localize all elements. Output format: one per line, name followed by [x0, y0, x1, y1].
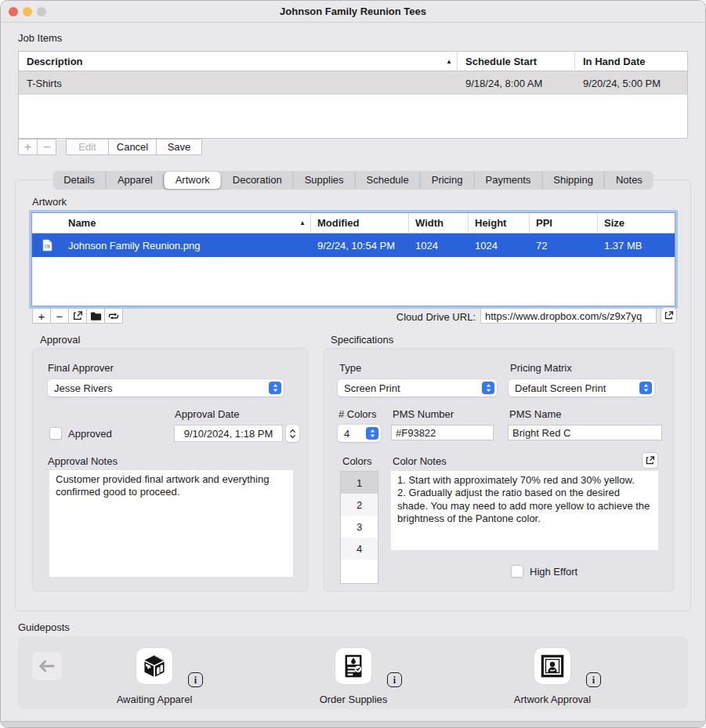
pricing-matrix-label: Pricing Matrix: [510, 362, 572, 374]
title-bar: Johnson Family Reunion Tees: [1, 1, 705, 23]
pms-name-input[interactable]: [508, 425, 662, 440]
supplies-receipt-icon: [342, 654, 365, 679]
add-job-item-button[interactable]: +: [18, 139, 38, 155]
chevron-up-down-icon: [366, 427, 378, 440]
job-items-table: Description ▲ Schedule Start In Hand Dat…: [18, 51, 688, 139]
approval-notes-textarea[interactable]: Customer provided final artwork and ever…: [49, 470, 293, 577]
job-items-toolbar: + − Edit Cancel Save: [18, 139, 202, 155]
approval-date-label: Approval Date: [175, 408, 239, 420]
color-notes-textarea[interactable]: 1. Start with approximately 70% red and …: [391, 471, 658, 550]
list-item[interactable]: 2: [341, 494, 378, 516]
approval-section-label: Approval: [40, 334, 80, 346]
save-button[interactable]: Save: [156, 139, 202, 155]
add-artwork-button[interactable]: +: [32, 308, 51, 324]
type-label: Type: [339, 362, 361, 374]
tab-notes[interactable]: Notes: [604, 172, 654, 189]
external-link-icon: [645, 455, 655, 465]
artwork-height-cell: 1024: [469, 240, 530, 252]
final-approver-label: Final Approver: [48, 362, 114, 374]
guidepost-order-supplies-button[interactable]: [335, 648, 371, 684]
artwork-table: Name ▲ Modified Width Height PPI Size Jo…: [31, 212, 675, 306]
chevron-up-down-icon: [269, 382, 281, 394]
share-export-icon: [72, 310, 83, 321]
order-supplies-info-button[interactable]: i: [387, 672, 402, 687]
window-title: Johnson Family Reunion Tees: [1, 1, 705, 23]
column-header-ppi[interactable]: PPI: [530, 213, 598, 234]
chevron-up-down-icon: [639, 382, 652, 394]
column-header-description[interactable]: Description ▲: [19, 52, 458, 71]
external-link-icon: [664, 310, 674, 321]
sort-ascending-icon: ▲: [446, 52, 452, 71]
pricing-matrix-popup[interactable]: Default Screen Print: [509, 379, 654, 397]
type-popup[interactable]: Screen Print: [338, 379, 497, 397]
browse-folder-button[interactable]: [86, 308, 105, 324]
cloud-drive-url-label: Cloud Drive URL:: [353, 311, 476, 323]
column-header-width[interactable]: Width: [409, 213, 469, 234]
tab-supplies[interactable]: Supplies: [293, 172, 355, 189]
column-header-schedule-start[interactable]: Schedule Start: [458, 52, 575, 71]
table-row[interactable]: Johnson Family Reunion.png 9/2/24, 10:54…: [32, 234, 675, 257]
artwork-approval-info-button[interactable]: i: [586, 672, 601, 687]
column-header-in-hand-date[interactable]: In Hand Date: [575, 52, 687, 71]
remove-artwork-button[interactable]: −: [50, 308, 69, 324]
open-cloud-url-button[interactable]: [661, 307, 677, 324]
edit-button[interactable]: Edit: [66, 139, 109, 155]
tab-apparel[interactable]: Apparel: [106, 172, 164, 189]
artwork-size-cell: 1.37 MB: [598, 240, 675, 252]
guidepost-back-button[interactable]: [32, 652, 62, 680]
tab-bar: Details Apparel Artwork Decoration Suppl…: [52, 171, 654, 190]
folder-icon: [90, 311, 102, 321]
column-header-modified[interactable]: Modified: [311, 213, 409, 234]
sort-ascending-icon: ▲: [299, 213, 306, 234]
tab-schedule[interactable]: Schedule: [355, 172, 420, 189]
num-colors-label: # Colors: [339, 408, 376, 420]
remove-job-item-button[interactable]: −: [37, 139, 56, 155]
refresh-artwork-button[interactable]: [104, 308, 123, 324]
chevron-up-icon: [289, 429, 296, 433]
approval-date-field[interactable]: 9/10/2024, 1:18 PM: [174, 425, 283, 442]
job-description-cell: T-Shirts: [19, 78, 458, 89]
cancel-button[interactable]: Cancel: [108, 139, 157, 155]
window-bottom-edge: [1, 721, 705, 728]
arrow-left-icon: [38, 660, 56, 672]
job-items-table-header: Description ▲ Schedule Start In Hand Dat…: [19, 52, 687, 71]
colors-list-label: Colors: [342, 455, 372, 467]
list-item[interactable]: 4: [341, 538, 378, 560]
artwork-table-header: Name ▲ Modified Width Height PPI Size: [32, 213, 675, 234]
approval-date-stepper[interactable]: [286, 425, 299, 442]
tab-details[interactable]: Details: [52, 172, 106, 189]
artwork-ppi-cell: 72: [530, 240, 598, 252]
tab-pricing[interactable]: Pricing: [420, 172, 474, 189]
artwork-name-cell: Johnson Family Reunion.png: [62, 240, 311, 252]
export-artwork-button[interactable]: [68, 308, 87, 324]
tab-shipping[interactable]: Shipping: [541, 172, 604, 189]
guidepost-awaiting-apparel-button[interactable]: [136, 648, 172, 684]
info-icon: i: [592, 675, 595, 685]
final-approver-popup[interactable]: Jesse Rivers: [48, 379, 284, 397]
guidepost-label-awaiting-apparel: Awaiting Apparel: [76, 694, 233, 705]
column-header-name[interactable]: Name ▲: [62, 213, 311, 234]
column-header-size[interactable]: Size: [598, 213, 675, 234]
column-header-height[interactable]: Height: [469, 213, 530, 234]
shipping-box-icon: [142, 654, 167, 679]
job-items-section-label: Job Items: [18, 32, 62, 44]
cloud-drive-url-input[interactable]: [480, 308, 657, 324]
tab-payments[interactable]: Payments: [473, 172, 541, 189]
pms-number-input[interactable]: [391, 425, 494, 440]
artwork-width-cell: 1024: [409, 240, 469, 252]
tab-artwork[interactable]: Artwork: [164, 172, 221, 189]
num-colors-popup[interactable]: 4: [338, 425, 381, 442]
tab-decoration[interactable]: Decoration: [221, 172, 293, 189]
approved-checkbox[interactable]: [49, 427, 62, 440]
list-item[interactable]: 1: [341, 472, 378, 494]
table-row[interactable]: T-Shirts 9/18/24, 8:00 AM 9/20/24, 5:00 …: [19, 71, 687, 95]
high-effort-checkbox[interactable]: [511, 565, 523, 578]
chevron-down-icon: [289, 434, 296, 439]
list-item[interactable]: 3: [341, 516, 378, 538]
guidepost-artwork-approval-button[interactable]: [534, 648, 570, 684]
image-file-icon: [32, 239, 62, 252]
awaiting-apparel-info-button[interactable]: i: [188, 672, 203, 687]
open-color-notes-button[interactable]: [642, 452, 658, 469]
guideposts-section-label: Guideposts: [18, 621, 70, 633]
specifications-section-label: Specifications: [331, 334, 393, 346]
